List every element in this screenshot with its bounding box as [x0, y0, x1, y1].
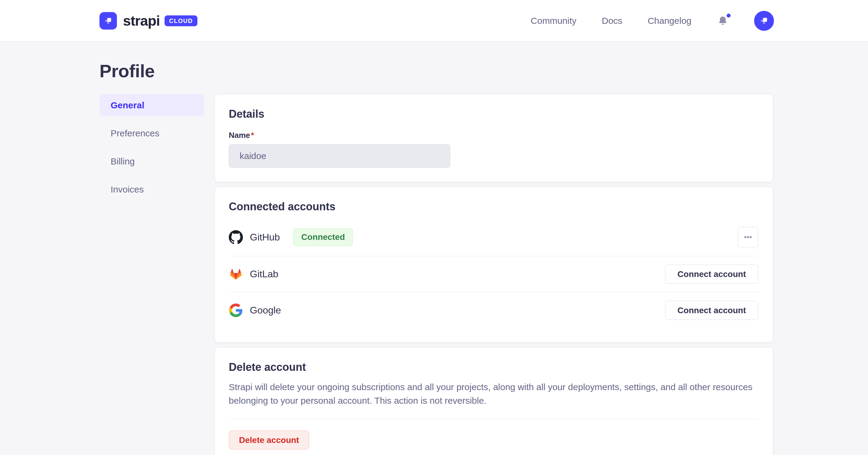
delete-account-description: Strapi will delete your ongoing subscrip… [229, 380, 758, 407]
account-row-google: Google Connect account [229, 292, 758, 328]
github-more-options-button[interactable] [738, 227, 758, 248]
cloud-badge: CLOUD [164, 16, 197, 26]
details-card: Details Name* [215, 94, 773, 182]
nav-link-changelog[interactable]: Changelog [648, 16, 691, 26]
notification-dot [727, 13, 731, 18]
google-connect-account-button[interactable]: Connect account [665, 301, 758, 320]
account-row-gitlab: GitLab Connect account [229, 256, 758, 292]
nav-link-docs[interactable]: Docs [602, 16, 622, 26]
connected-accounts-title: Connected accounts [229, 200, 758, 213]
notifications-button[interactable] [717, 14, 729, 27]
divider [229, 419, 758, 419]
connected-accounts-card: Connected accounts GitHub Connected [215, 187, 773, 342]
delete-account-button[interactable]: Delete account [229, 431, 309, 450]
profile-side-nav: General Preferences Billing Invoices [99, 94, 204, 206]
github-label: GitHub [250, 232, 280, 243]
screen: strapi CLOUD Community Docs Changelog [0, 0, 868, 455]
user-avatar[interactable] [754, 11, 774, 31]
github-icon [229, 230, 243, 245]
gitlab-connect-account-button[interactable]: Connect account [665, 265, 758, 284]
github-connected-badge: Connected [293, 228, 353, 246]
strapi-logo-icon [99, 12, 117, 30]
name-input[interactable] [229, 144, 450, 168]
sidebar-item-general[interactable]: General [99, 94, 204, 116]
nav-link-community[interactable]: Community [531, 16, 577, 26]
avatar-strapi-mark-icon [758, 15, 770, 27]
sidebar-item-billing[interactable]: Billing [99, 150, 204, 173]
brand-wordmark: strapi [123, 12, 160, 29]
sidebar-item-invoices[interactable]: Invoices [99, 178, 204, 201]
delete-account-title: Delete account [229, 361, 758, 373]
settings-column: Details Name* Connected accounts [215, 94, 773, 455]
ellipsis-icon [744, 236, 752, 238]
name-field-label: Name* [229, 131, 758, 140]
strapi-cloud-logo[interactable]: strapi CLOUD [99, 12, 197, 30]
main-content: Profile General Preferences Billing Invo… [0, 42, 868, 455]
sidebar-item-preferences[interactable]: Preferences [99, 122, 204, 144]
gitlab-label: GitLab [250, 268, 278, 280]
delete-account-card: Delete account Strapi will delete your o… [215, 347, 773, 455]
top-bar: strapi CLOUD Community Docs Changelog [0, 0, 868, 42]
gitlab-icon [229, 267, 243, 281]
google-label: Google [250, 305, 281, 316]
google-icon [229, 303, 243, 317]
account-rows: GitHub Connected [229, 219, 758, 328]
account-row-github: GitHub Connected [229, 219, 758, 256]
page-title: Profile [99, 61, 773, 82]
details-title: Details [229, 108, 758, 120]
bell-icon [717, 16, 728, 26]
top-nav: Community Docs Changelog [531, 11, 774, 31]
required-asterisk: * [251, 131, 254, 140]
